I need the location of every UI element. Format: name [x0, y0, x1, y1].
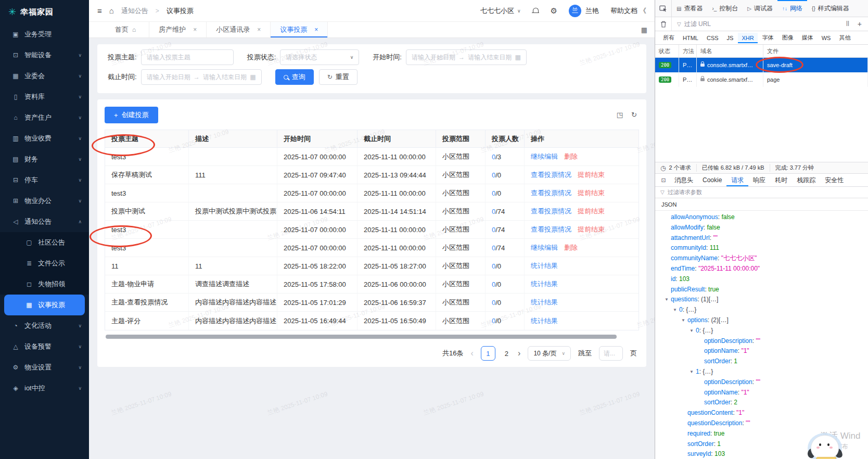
detail-tab[interactable]: 耗时	[770, 174, 792, 186]
add-icon[interactable]: +	[858, 20, 862, 28]
user-menu[interactable]: 兰 兰艳	[569, 5, 599, 17]
action-link-primary[interactable]: 查看投票情况	[531, 170, 571, 180]
caret-down-icon[interactable]: ▼	[665, 295, 671, 305]
action-link-danger[interactable]: 提前结束	[578, 170, 605, 180]
start-date-range[interactable]: 请输入开始日期 → 请输入结束日期 ▦	[406, 49, 527, 65]
help-docs-link[interactable]: 帮助文档 《	[610, 6, 646, 16]
json-tree-row[interactable]: ▼0{…}	[655, 305, 868, 315]
col-status[interactable]: 状态	[655, 45, 679, 57]
devtools-tab[interactable]: ↑↓ 网络	[777, 0, 807, 17]
filter-url-input[interactable]: ▽ 过滤 URL	[677, 20, 711, 29]
sidebar-item[interactable]: △ 设备预警 ∨	[0, 336, 89, 357]
action-link-primary[interactable]: 查看投票情况	[531, 225, 571, 234]
type-filter[interactable]: 所有	[659, 32, 678, 44]
sidebar-item[interactable]: ⊞ 物业办公 ∨	[0, 190, 89, 211]
reset-button[interactable]: ↻ 重置	[319, 69, 358, 85]
action-link-primary[interactable]: 统计结果	[531, 261, 558, 271]
action-link-danger[interactable]: 删除	[564, 152, 578, 161]
type-filter[interactable]: 媒体	[798, 32, 817, 44]
caret-down-icon[interactable]: ▼	[681, 315, 687, 326]
action-link-primary[interactable]: 继续编辑	[531, 152, 558, 161]
type-filter[interactable]: HTML	[679, 33, 702, 43]
caret-down-icon[interactable]: ▼	[690, 326, 696, 336]
pick-element-icon[interactable]	[655, 0, 672, 17]
sidebar-item[interactable]: ▥ 物业收费 ∨	[0, 128, 89, 149]
json-tree-row[interactable]: sortOrder2	[655, 398, 868, 408]
json-tree-row[interactable]: optionName"1"	[655, 388, 868, 398]
tab-close-icon[interactable]: ×	[257, 26, 261, 33]
devtools-tab[interactable]: ▤ 查看器	[672, 0, 707, 17]
json-tree-row[interactable]: attachmentUrl""	[655, 233, 868, 244]
action-link-primary[interactable]: 继续编辑	[531, 243, 558, 252]
page-tab[interactable]: 房产维护 ×	[149, 22, 207, 37]
type-filter[interactable]: XHR	[738, 33, 757, 43]
action-link-danger[interactable]: 提前结束	[578, 188, 605, 198]
caret-down-icon[interactable]: ▼	[673, 305, 679, 315]
json-tree-row[interactable]: allowModifyfalse	[655, 223, 868, 233]
network-request-row[interactable]: 200 P… console.smartxf… save-draft	[655, 58, 868, 72]
topic-input[interactable]: 请输入投票主题	[141, 49, 234, 65]
col-domain[interactable]: 域名	[697, 45, 763, 57]
json-tree-row[interactable]: sortOrder1	[655, 356, 868, 367]
sidebar-item[interactable]: ⌂ 资产住户 ∨	[0, 107, 89, 128]
json-tree-row[interactable]: optionDescription""	[655, 336, 868, 347]
next-page-button[interactable]: ›	[518, 349, 520, 358]
caret-down-icon[interactable]: ▼	[690, 367, 696, 377]
caret-box-icon[interactable]: ⊡	[657, 174, 670, 186]
sidebar-item[interactable]: ◈ iot中控 ∨	[0, 378, 89, 399]
type-filter[interactable]: 图像	[778, 32, 797, 44]
action-link-danger[interactable]: 提前结束	[578, 225, 605, 234]
detail-tab[interactable]: 响应	[748, 174, 770, 186]
sidebar-collapse-icon[interactable]: ≡	[97, 6, 102, 15]
devtools-tab[interactable]: ▷ 调试器	[743, 0, 777, 17]
notification-bell-icon[interactable]	[532, 8, 539, 14]
page-tab[interactable]: 首页 ⌂	[106, 22, 149, 37]
breadcrumb-section[interactable]: 通知公告	[121, 6, 148, 16]
json-tree-row[interactable]: ▼questions(1)[…]	[655, 295, 868, 305]
network-request-row[interactable]: 200 P… console.smartxf… page	[655, 72, 868, 87]
sidebar-item[interactable]: ◁ 通知公告 ∧	[0, 211, 89, 232]
pause-icon[interactable]: ||	[846, 20, 849, 28]
page-size-select[interactable]: 10 条/页 ∨	[528, 346, 571, 361]
sidebar-item[interactable]: ▤ 财务 ∨	[0, 149, 89, 170]
search-button[interactable]: 查询	[275, 69, 314, 85]
json-tree-row[interactable]: questionDescription""	[655, 418, 868, 429]
json-tree-row[interactable]: communityId111	[655, 243, 868, 253]
sidebar-item[interactable]: ⊡ 智能设备 ∨	[0, 45, 89, 66]
json-tree-row[interactable]: id103	[655, 274, 868, 285]
gear-icon[interactable]: ⚙	[551, 6, 557, 16]
json-tree-row[interactable]: communityName"七七七小区"	[655, 253, 868, 264]
clear-requests-icon[interactable]	[655, 17, 672, 31]
type-filter[interactable]: CSS	[703, 33, 722, 43]
type-filter[interactable]: JS	[723, 33, 737, 43]
action-link-danger[interactable]: 删除	[564, 243, 578, 252]
filter-params-input[interactable]: ▽ 过滤请求参数	[655, 187, 868, 198]
sidebar-item[interactable]: ▦ 业委会 ∨	[0, 66, 89, 86]
json-tree-row[interactable]: questionContent"1"	[655, 408, 868, 418]
sidebar-item[interactable]: ▣ 业务受理	[0, 24, 89, 45]
json-tree-row[interactable]: ▼0{…}	[655, 326, 868, 336]
tab-close-icon[interactable]: ×	[193, 26, 197, 33]
sidebar-item[interactable]: ◻ 失物招领	[0, 274, 89, 295]
page-tab[interactable]: 小区通讯录 ×	[207, 22, 271, 37]
sidebar-item[interactable]: ▦ 议事投票	[4, 295, 85, 315]
community-selector[interactable]: 七七七小区 ∨	[480, 6, 521, 16]
type-filter[interactable]: WS	[818, 33, 835, 43]
page-2-button[interactable]: 2	[503, 350, 510, 358]
detail-tab[interactable]: 安全性	[820, 174, 848, 186]
home-icon[interactable]: ⌂	[109, 6, 114, 15]
refresh-icon[interactable]: ↻	[631, 111, 637, 119]
devtools-tab[interactable]: {} 样式编辑器	[807, 0, 854, 17]
json-tree-row[interactable]: optionDescription""	[655, 377, 868, 388]
action-link-primary[interactable]: 统计结果	[531, 279, 558, 289]
action-link-primary[interactable]: 统计结果	[531, 298, 558, 307]
action-link-primary[interactable]: 查看投票情况	[531, 188, 571, 198]
type-filter[interactable]: 其他	[835, 32, 854, 44]
page-1-button[interactable]: 1	[481, 346, 495, 361]
status-select[interactable]: 请选择状态 ∨	[280, 49, 359, 65]
col-file[interactable]: 文件	[763, 45, 868, 57]
action-link-primary[interactable]: 统计结果	[531, 316, 558, 326]
json-tree-row[interactable]: ▼options(2)[…]	[655, 315, 868, 326]
action-link-primary[interactable]: 查看投票情况	[531, 207, 571, 216]
detail-tab[interactable]: 栈跟踪	[792, 174, 820, 186]
